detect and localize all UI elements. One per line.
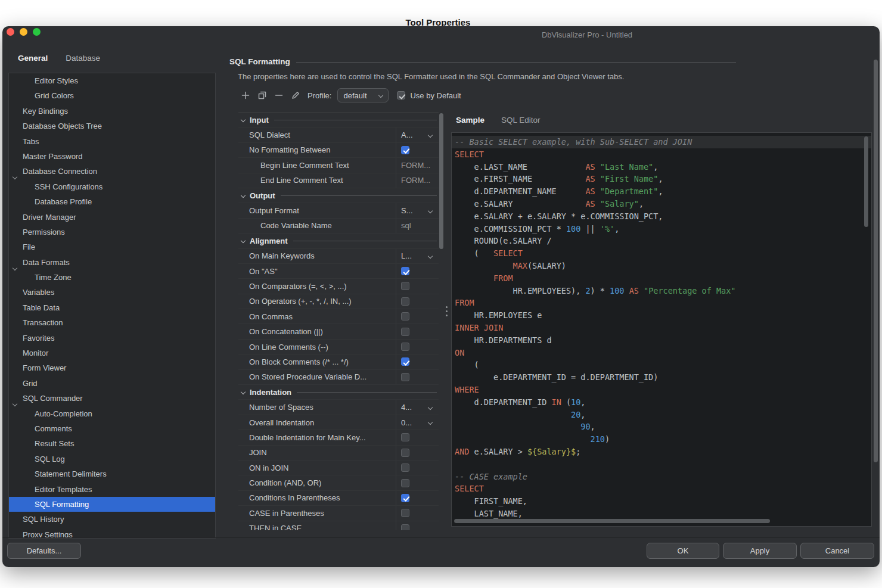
tree-item-monitor[interactable]: Monitor	[9, 346, 215, 360]
code-horizontal-scrollbar[interactable]	[454, 519, 770, 523]
setting-checkbox-on-comparators[interactable]	[401, 282, 409, 290]
chevron-down-icon	[428, 208, 433, 213]
tree-item-favorites[interactable]: Favorites	[9, 331, 215, 346]
tree-item-comments[interactable]: Comments	[9, 421, 215, 436]
setting-row-begin-line-comment-text: Begin Line Comment TextFORM...	[238, 158, 439, 173]
defaults-button[interactable]: Defaults...	[7, 543, 81, 559]
setting-field-begin-line-comment-text[interactable]: FORM...	[396, 158, 439, 172]
tree-item-editor-styles[interactable]: Editor Styles	[9, 73, 215, 88]
tree-item-form-viewer[interactable]: Form Viewer	[9, 360, 215, 375]
setting-checkbox-condition-and-or[interactable]	[401, 479, 409, 487]
tab-sample[interactable]: Sample	[456, 116, 485, 125]
tree-item-driver-manager[interactable]: Driver Manager	[9, 210, 215, 225]
setting-checkbox-on-as[interactable]	[401, 267, 409, 275]
settings-scrollbar[interactable]	[439, 113, 443, 249]
footer-buttons: OK Apply Cancel	[647, 543, 874, 559]
setting-dropdown-overall-indentation[interactable]: 0...	[396, 415, 439, 430]
setting-row-conditions-in-parentheses: Conditions In Parentheses	[238, 491, 439, 506]
setting-checkbox-case-in-parentheses[interactable]	[401, 509, 409, 517]
setting-checkbox-no-formatting-between[interactable]	[401, 146, 409, 154]
tree-item-database-profile[interactable]: Database Profile	[9, 194, 215, 209]
tree-item-time-zone[interactable]: Time Zone	[9, 270, 215, 285]
setting-checkbox-on-stored-procedure-variable-d[interactable]	[401, 373, 409, 381]
add-profile-button[interactable]	[241, 91, 250, 100]
tree-item-transaction[interactable]: Transaction	[9, 315, 215, 330]
window-close-button[interactable]	[7, 28, 14, 36]
setting-label: THEN in CASE	[238, 521, 396, 530]
setting-checkbox-on-concatenation[interactable]	[401, 328, 409, 336]
tree-item-file[interactable]: File	[9, 239, 215, 254]
splitter-handle[interactable]	[446, 306, 448, 316]
tree-item-key-bindings[interactable]: Key Bindings	[9, 104, 215, 119]
setting-checkbox-on-block-comments[interactable]	[401, 357, 409, 366]
section-header-input[interactable]: Input	[238, 113, 439, 127]
profile-select[interactable]: default	[337, 88, 389, 102]
tree-item-sql-commander[interactable]: SQL Commander	[9, 391, 215, 406]
tree-item-ssh-configurations[interactable]: SSH Configurations	[9, 179, 215, 194]
code-line: ( SELECT	[452, 247, 871, 260]
tree-item-database-objects-tree[interactable]: Database Objects Tree	[9, 119, 215, 133]
tree-item-database-connection[interactable]: Database Connection	[9, 164, 215, 179]
code-line: SELECT	[452, 483, 871, 495]
setting-field-end-line-comment-text[interactable]: FORM...	[396, 173, 439, 188]
tree-item-grid[interactable]: Grid	[9, 376, 215, 391]
setting-dropdown-on-main-keywords[interactable]: L...	[396, 249, 439, 263]
tree-item-data-formats[interactable]: Data Formats	[9, 255, 215, 270]
tree-item-sql-history[interactable]: SQL History	[9, 512, 215, 527]
code-vertical-scrollbar[interactable]	[864, 136, 868, 227]
setting-dropdown-sql-dialect[interactable]: A...	[396, 127, 439, 142]
tree-item-editor-templates[interactable]: Editor Templates	[9, 482, 215, 497]
setting-row-on-commas: On Commas	[238, 309, 439, 324]
window-minimize-button[interactable]	[20, 28, 27, 36]
setting-field-code-variable-name[interactable]: sql	[396, 219, 439, 233]
section-header-output[interactable]: Output	[238, 188, 439, 203]
tree-item-variables[interactable]: Variables	[9, 285, 215, 300]
tree-item-statement-delimiters[interactable]: Statement Delimiters	[9, 466, 215, 481]
setting-dropdown-number-of-spaces[interactable]: 4...	[396, 400, 439, 414]
section-header-indentation[interactable]: Indentation	[238, 385, 439, 400]
setting-row-join: JOIN	[238, 446, 439, 461]
tree-item-result-sets[interactable]: Result Sets	[9, 436, 215, 451]
setting-checkbox-double-indentation-for-main-key[interactable]	[401, 433, 409, 441]
tree-item-tabs[interactable]: Tabs	[9, 134, 215, 149]
setting-checkbox-on-line-comments[interactable]	[401, 343, 409, 351]
setting-row-output-format: Output FormatS...	[238, 203, 439, 218]
section-header-alignment[interactable]: Alignment	[238, 234, 439, 248]
setting-checkbox-on-operators-in[interactable]	[401, 297, 409, 306]
setting-checkbox-on-in-join[interactable]	[401, 463, 409, 472]
use-by-default-checkbox[interactable]	[397, 91, 405, 99]
tab-sql-editor[interactable]: SQL Editor	[501, 116, 541, 125]
setting-checkbox-join[interactable]	[401, 449, 409, 457]
code-line: SELECT	[452, 148, 871, 161]
setting-checkbox-on-commas[interactable]	[401, 312, 409, 321]
apply-button[interactable]: Apply	[723, 543, 797, 559]
setting-label: JOIN	[238, 446, 396, 460]
tree-item-auto-completion[interactable]: Auto-Completion	[9, 406, 215, 421]
tree-item-grid-colors[interactable]: Grid Colors	[9, 88, 215, 103]
tab-database[interactable]: Database	[66, 54, 100, 63]
setting-label: Number of Spaces	[238, 400, 396, 414]
tree-item-master-password[interactable]: Master Password	[9, 149, 215, 164]
footer-divider	[2, 537, 880, 538]
window-zoom-button[interactable]	[33, 28, 41, 36]
chevron-down-icon	[241, 390, 246, 394]
setting-checkbox-conditions-in-parentheses[interactable]	[401, 494, 409, 502]
rename-profile-button[interactable]	[291, 91, 300, 100]
setting-row-on-main-keywords: On Main KeywordsL...	[238, 249, 439, 264]
tab-general[interactable]: General	[18, 54, 48, 63]
tree-item-sql-log[interactable]: SQL Log	[9, 452, 215, 466]
setting-checkbox-then-in-case[interactable]	[401, 524, 409, 530]
setting-dropdown-output-format[interactable]: S...	[396, 203, 439, 217]
tree-item-permissions[interactable]: Permissions	[9, 225, 215, 239]
remove-profile-button[interactable]	[274, 91, 284, 100]
cancel-button[interactable]: Cancel	[800, 543, 874, 559]
ok-button[interactable]: OK	[647, 543, 719, 559]
tree-scrollbar[interactable]	[874, 60, 878, 462]
tree-item-table-data[interactable]: Table Data	[9, 300, 215, 315]
preview-tabs: SampleSQL Editor	[456, 116, 541, 125]
chevron-down-icon	[378, 93, 383, 98]
app-title: DbVisualizer Pro - Untitled	[542, 30, 632, 39]
setting-row-on-block-comments: On Block Comments (/* ... */)	[238, 354, 439, 369]
duplicate-profile-button[interactable]	[257, 91, 267, 100]
tree-item-sql-formatting[interactable]: SQL Formatting	[9, 497, 215, 512]
